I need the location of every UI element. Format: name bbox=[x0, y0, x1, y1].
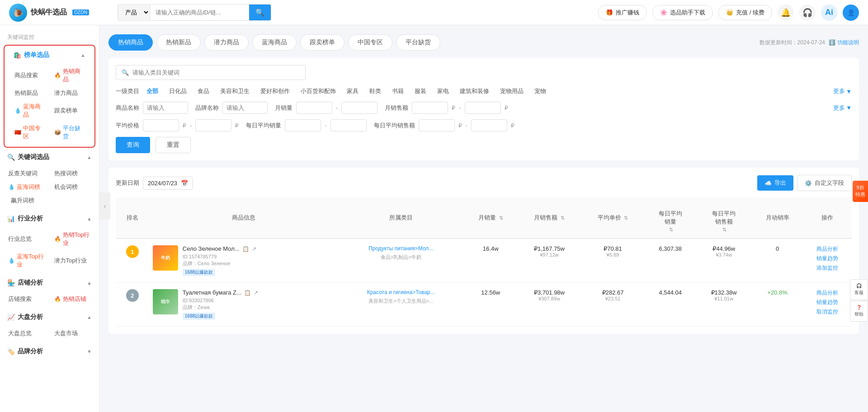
tab-hot-goods[interactable]: 热销商品 bbox=[108, 34, 153, 51]
category-link-2[interactable]: Красота и гигиена>Товар... bbox=[341, 289, 460, 295]
industry-analysis-header[interactable]: 📊 行业分析 ▲ bbox=[0, 211, 99, 226]
monthly-sales-max[interactable] bbox=[341, 102, 377, 114]
action-sales-trend-1[interactable]: 销量趋势 bbox=[807, 255, 848, 262]
sidebar-item-follow-rank[interactable]: 跟卖榜单 bbox=[50, 100, 90, 122]
bangdan-header[interactable]: 🛍️ 榜单选品 ▲ bbox=[6, 47, 93, 63]
goods-name-input[interactable] bbox=[143, 102, 188, 114]
big-analysis-header[interactable]: 📈 大盘分析 ▲ bbox=[0, 309, 99, 325]
cat-beauty[interactable]: 美容和卫生 bbox=[217, 86, 253, 96]
copy-icon-2[interactable]: 📋 bbox=[244, 290, 251, 296]
sidebar-item-hot-shop[interactable]: 热销店铺 bbox=[50, 292, 96, 306]
avg-price-max[interactable] bbox=[195, 119, 231, 131]
action-add-monitor-1[interactable]: 添加监控 bbox=[807, 264, 848, 272]
copy-icon-1[interactable]: 📋 bbox=[242, 246, 249, 252]
more-filters-btn[interactable]: 更多 ▼ bbox=[833, 104, 852, 112]
customer-service-btn[interactable]: 🎧 客服 bbox=[850, 279, 868, 300]
cat-pets[interactable]: 宠物 bbox=[531, 86, 550, 96]
tab-china-zone[interactable]: 中国专区 bbox=[348, 34, 392, 51]
cat-construction[interactable]: 建筑和装修 bbox=[456, 86, 493, 96]
sidebar-item-big-market[interactable]: 大盘市场 bbox=[50, 327, 96, 340]
promote-btn[interactable]: 🎁 推广赚钱 bbox=[598, 5, 647, 20]
sidebar-item-china-zone[interactable]: 中国专区 bbox=[10, 122, 50, 143]
cat-clothing[interactable]: 服装 bbox=[411, 86, 430, 96]
monthly-revenue-max[interactable] bbox=[465, 102, 501, 114]
search-button[interactable]: 🔍 bbox=[249, 5, 271, 20]
link-icon-1[interactable]: ↗ bbox=[252, 246, 256, 252]
sidebar-item-anti-check[interactable]: 反查关键词 bbox=[4, 167, 50, 180]
sidebar-item-potential-top-industry[interactable]: 潜力Top行业 bbox=[50, 250, 96, 272]
action-product-analysis-2[interactable]: 商品分析 bbox=[807, 289, 848, 297]
reset-button[interactable]: 重置 bbox=[156, 137, 191, 153]
avatar[interactable]: 👤 bbox=[843, 5, 859, 21]
cat-accessories[interactable]: 小百货和配饰 bbox=[297, 86, 340, 96]
action-product-analysis-1[interactable]: 商品分析 bbox=[807, 245, 848, 253]
tab-hot-new[interactable]: 热销新品 bbox=[156, 34, 201, 51]
daily-avg-revenue-max[interactable] bbox=[471, 119, 507, 131]
discount-badge[interactable]: 9折 特惠 bbox=[853, 181, 868, 202]
cat-all[interactable]: 全部 bbox=[143, 86, 162, 96]
cat-shoes[interactable]: 鞋类 bbox=[366, 86, 385, 96]
sidebar-item-hot-goods[interactable]: 热销商品 bbox=[50, 65, 90, 86]
query-button[interactable]: 查询 bbox=[116, 137, 150, 153]
sidebar-item-hot-new[interactable]: 热销新品 bbox=[10, 86, 50, 100]
sidebar-item-hot-search[interactable]: 热搜词榜 bbox=[50, 167, 96, 180]
sidebar-item-shop-search[interactable]: 店铺搜索 bbox=[4, 292, 50, 306]
recharge-btn[interactable]: 👑 充值 / 续费 bbox=[718, 5, 772, 20]
brand-name-input[interactable] bbox=[222, 102, 268, 114]
keyword-select-header[interactable]: 🔍 关键词选品 ▲ bbox=[0, 150, 99, 165]
monthly-revenue-min[interactable] bbox=[412, 102, 448, 114]
tab-platform-lack[interactable]: 平台缺货 bbox=[396, 34, 440, 51]
headset-btn[interactable]: 🎧 bbox=[799, 5, 816, 21]
category-search-box[interactable]: 🔍 bbox=[116, 65, 306, 80]
sidebar-item-rising-rank[interactable]: 飙升词榜 bbox=[4, 194, 50, 207]
cat-furniture[interactable]: 家具 bbox=[343, 86, 362, 96]
sidebar-item-blue-ocean[interactable]: 蓝海商品 bbox=[10, 100, 50, 122]
col-daily-avg-sales[interactable]: 每日平均 销量 ⇅ bbox=[645, 197, 696, 239]
tab-blue-ocean[interactable]: 蓝海商品 bbox=[252, 34, 297, 51]
export-button[interactable]: ☁️ 导出 bbox=[757, 175, 793, 191]
sidebar-collapse-btn[interactable]: ‹ bbox=[99, 192, 110, 220]
func-explain-btn[interactable]: ℹ️ 功能说明 bbox=[829, 39, 859, 47]
search-type-select[interactable]: 产品 bbox=[118, 5, 150, 20]
action-sales-trend-2[interactable]: 销量趋势 bbox=[807, 299, 848, 306]
help-btn[interactable]: ❓ 帮助 bbox=[850, 301, 868, 322]
cat-daily[interactable]: 日化品 bbox=[165, 86, 190, 96]
tab-potential[interactable]: 潜力商品 bbox=[204, 34, 249, 51]
date-picker[interactable]: 2024/07/23 📅 bbox=[143, 177, 193, 190]
sidebar-item-hot-top-industry[interactable]: 热销Top行业 bbox=[50, 228, 96, 250]
category-search-input[interactable] bbox=[132, 69, 295, 76]
search-input[interactable] bbox=[150, 5, 249, 19]
shop-analysis-header[interactable]: 🏪 店铺分析 ▲ bbox=[0, 275, 99, 290]
cat-hobby[interactable]: 爱好和创作 bbox=[257, 86, 293, 96]
link-icon-2[interactable]: ↗ bbox=[254, 290, 258, 296]
cat-pet-supplies[interactable]: 宠物用品 bbox=[496, 86, 527, 96]
product-tag-2[interactable]: 1688以爆款款 bbox=[183, 313, 215, 320]
col-monthly-sales[interactable]: 月销量 ⇅ bbox=[464, 197, 517, 239]
product-tag-1[interactable]: 1688以爆款款 bbox=[183, 269, 215, 276]
user-icon-btn[interactable]: Ai bbox=[821, 5, 837, 21]
assistant-btn[interactable]: 🌸 选品助手下载 bbox=[652, 5, 713, 20]
cat-food[interactable]: 食品 bbox=[194, 86, 213, 96]
category-link-1[interactable]: Продукты питания>Мол... bbox=[341, 245, 460, 252]
col-avg-price[interactable]: 平均单价 ⇅ bbox=[581, 197, 644, 239]
action-cancel-monitor-2[interactable]: 取消监控 bbox=[807, 308, 848, 316]
sidebar-item-goods-search[interactable]: 商品搜索 bbox=[10, 65, 50, 86]
cat-appliance[interactable]: 家电 bbox=[434, 86, 453, 96]
tab-follow-rank[interactable]: 跟卖榜单 bbox=[300, 34, 344, 51]
notification-btn[interactable]: 🔔 bbox=[778, 5, 794, 21]
daily-avg-revenue-min[interactable] bbox=[419, 119, 455, 131]
sidebar-item-blue-top-industry[interactable]: 蓝海Top行业 bbox=[4, 250, 50, 272]
monthly-sales-min[interactable] bbox=[296, 102, 332, 114]
sidebar-item-opportunity[interactable]: 机会词榜 bbox=[50, 180, 96, 194]
cat-books[interactable]: 书籍 bbox=[388, 86, 407, 96]
brand-analysis-header[interactable]: 🏷️ 品牌分析 ▼ bbox=[0, 344, 99, 359]
sidebar-item-big-overview[interactable]: 大盘总览 bbox=[4, 327, 50, 340]
sidebar-item-industry-overview[interactable]: 行业总览 bbox=[4, 228, 50, 250]
avg-price-min[interactable] bbox=[143, 119, 179, 131]
daily-avg-sales-min[interactable] bbox=[285, 119, 321, 131]
col-monthly-revenue[interactable]: 月销售额 ⇅ bbox=[518, 197, 581, 239]
sidebar-item-platform-lack[interactable]: 平台缺货 bbox=[50, 122, 90, 143]
sidebar-item-potential[interactable]: 潜力商品 bbox=[50, 86, 90, 100]
daily-avg-sales-max[interactable] bbox=[330, 119, 367, 131]
col-daily-avg-revenue[interactable]: 每日平均 销售额 ⇅ bbox=[696, 197, 752, 239]
